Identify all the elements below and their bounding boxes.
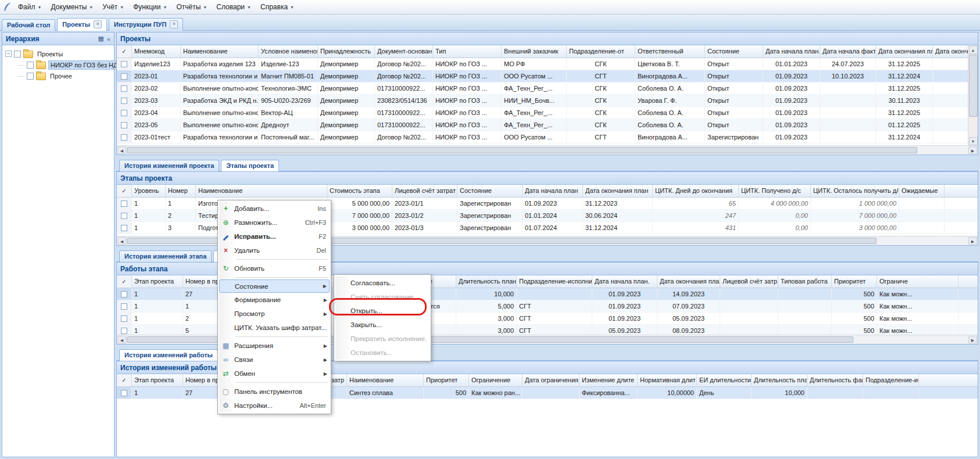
tree-checkbox[interactable] (14, 51, 21, 58)
checkbox[interactable] (121, 110, 127, 116)
menu-item[interactable]: ⇄Обмен▶ (219, 367, 330, 381)
scroll-left-icon[interactable]: ◀ (117, 237, 126, 245)
column-header[interactable]: Этап проекта (132, 275, 183, 288)
column-header[interactable]: Лицевой счёт затрат (392, 185, 457, 197)
row-select-checkbox[interactable] (117, 222, 132, 234)
tree-checkbox[interactable] (27, 62, 34, 69)
column-header[interactable]: Внешний заказчик (502, 45, 567, 58)
menu-item[interactable]: Формирование▶ (219, 293, 330, 307)
column-header[interactable]: Ответственный (635, 45, 705, 58)
menubar-item[interactable]: Учёт▼ (98, 1, 129, 13)
row-select-checkbox[interactable] (117, 70, 132, 82)
select-all-header[interactable]: ✓ (117, 185, 132, 197)
tab-close-icon[interactable]: × (94, 20, 102, 28)
menubar-item[interactable]: Файл▼ (14, 1, 47, 13)
column-header[interactable]: Состояние (457, 185, 523, 197)
checkbox[interactable] (121, 328, 127, 334)
menu-item[interactable]: ЦИТК. Указать шифр затрат... (219, 321, 330, 335)
tree-checkbox[interactable] (27, 73, 34, 80)
checkbox[interactable] (121, 315, 127, 322)
table-row[interactable]: 2023-01тестРазработка технологии и...Пос… (117, 131, 968, 144)
column-header[interactable]: Тип (433, 45, 502, 58)
column-header[interactable]: Подразделение-ис (863, 374, 919, 386)
menu-item[interactable]: Исправить...F2 (219, 230, 330, 243)
checkbox[interactable] (121, 291, 127, 297)
scrollbar-thumb[interactable] (969, 55, 978, 117)
column-header[interactable]: Приоритет (832, 275, 877, 288)
menu-item[interactable]: ⚙Настройки...Alt+Enter (219, 399, 330, 413)
column-header[interactable]: Ограничение (469, 374, 523, 386)
column-header[interactable]: Дата окончания пл (876, 45, 933, 58)
column-header[interactable]: Наименование (347, 374, 424, 386)
column-header[interactable]: Типовая работа (778, 275, 832, 288)
column-header[interactable]: Лицевой счёт затр (720, 275, 778, 288)
menu-item[interactable]: +Добавить...Ins (219, 202, 330, 216)
scroll-down-icon[interactable]: ▼ (969, 137, 978, 145)
column-header[interactable]: Номер (166, 185, 196, 197)
column-header[interactable]: Дата начала факт (820, 45, 876, 58)
tab[interactable]: Рабочий стол (2, 19, 55, 31)
row-select-checkbox[interactable] (117, 313, 132, 324)
row-select-checkbox[interactable] (117, 131, 132, 143)
column-header[interactable]: Мнемокод (132, 45, 181, 58)
menubar-item[interactable]: Функции▼ (129, 1, 172, 13)
tree-node[interactable]: Прочее (4, 70, 112, 81)
row-select-checkbox[interactable] (117, 325, 132, 335)
menu-item[interactable]: Согласовать... (335, 276, 430, 290)
checkbox[interactable] (121, 134, 127, 141)
column-header[interactable]: Длительность пла (752, 374, 807, 386)
menu-item[interactable]: ⊕Размножить...Ctrl+F3 (219, 216, 330, 230)
column-header[interactable]: Уровень (132, 185, 166, 197)
column-header[interactable]: Этап проекта (132, 374, 183, 386)
menu-item[interactable]: ▢Панель инструментов (219, 385, 330, 399)
scroll-left-icon[interactable]: ◀ (117, 336, 126, 343)
menu-item[interactable]: Закрыть... (335, 318, 430, 332)
column-header[interactable]: Длительность план ▼ (456, 275, 517, 288)
checkbox[interactable] (121, 61, 127, 67)
column-header[interactable]: Условное наименова (259, 45, 318, 58)
row-select-checkbox[interactable] (117, 300, 132, 312)
table-row[interactable]: Изделие123Разработка изделия 123Изделие-… (117, 58, 968, 70)
menubar-item[interactable]: Документы▼ (47, 1, 98, 13)
panel-options-icon[interactable]: ▦ (98, 35, 103, 42)
tab[interactable]: История изменений работы (119, 349, 218, 361)
row-select-checkbox[interactable] (117, 210, 132, 221)
column-header[interactable]: Дата начала план (523, 185, 583, 197)
column-header[interactable]: ЦИТК. Дней до окончания (653, 185, 739, 197)
scroll-right-icon[interactable]: ▶ (968, 146, 977, 154)
scroll-up-icon[interactable]: ▲ (969, 46, 978, 54)
select-all-header[interactable]: ✓ (117, 45, 132, 58)
menu-item[interactable]: ∞Связи▶ (219, 353, 330, 367)
tree-expander-icon[interactable]: − (5, 51, 12, 57)
scroll-right-icon[interactable]: ▶ (968, 237, 977, 245)
row-select-checkbox[interactable] (117, 198, 132, 209)
collapse-panel-icon[interactable]: « (107, 35, 110, 42)
column-header[interactable]: Стоимость этапа (327, 185, 392, 197)
row-select-checkbox[interactable] (117, 83, 132, 94)
tab[interactable]: Проекты× (57, 18, 107, 31)
table-row[interactable]: 2023-05Выполнение опытно-конс...Дредноут… (117, 119, 968, 131)
tree-node[interactable]: −Проекты (4, 48, 112, 59)
column-header[interactable]: Изменение длите (580, 374, 638, 386)
tab[interactable]: Инструкции ПУП× (109, 18, 183, 31)
checkbox[interactable] (121, 213, 127, 219)
scroll-right-icon[interactable]: ▶ (968, 336, 977, 343)
column-header[interactable]: Длительность фак (807, 374, 863, 386)
checkbox[interactable] (121, 200, 127, 207)
column-header[interactable]: Ожидаемые (899, 185, 945, 197)
column-header[interactable]: Документ-основан (375, 45, 433, 58)
menu-item[interactable]: ×УдалитьDel (219, 243, 330, 257)
column-header[interactable]: Дата окончания план (657, 275, 720, 288)
tab-close-icon[interactable]: × (170, 20, 178, 28)
column-header[interactable]: ЦИТК. Осталось получить д/с (811, 185, 899, 197)
row-select-checkbox[interactable] (117, 107, 132, 119)
row-select-checkbox[interactable] (117, 119, 132, 131)
table-row[interactable]: 2023-03Разработка ЭКД и РКД н...905-U020… (117, 95, 968, 107)
row-select-checkbox[interactable] (117, 288, 132, 300)
menubar-item[interactable]: Справка▼ (256, 1, 299, 13)
tab[interactable]: История изменений этапа (119, 250, 212, 262)
column-header[interactable]: Подразделение-исполнитель (517, 275, 592, 288)
column-header[interactable]: Принадлежность (318, 45, 375, 58)
menubar-item[interactable]: Отчёты▼ (172, 1, 212, 13)
tree-node[interactable]: НИОКР по ГОЗ без НДС (4, 59, 112, 70)
